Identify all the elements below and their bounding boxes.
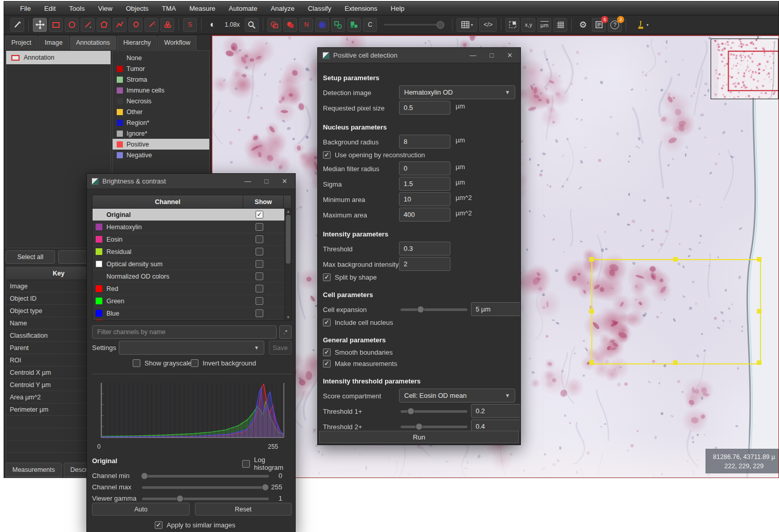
scroll-up-icon[interactable]: ▲ — [285, 209, 292, 214]
menu-automate[interactable]: Automate — [222, 3, 264, 14]
cell-expansion-value-input[interactable]: 5 µm — [471, 302, 520, 316]
menu-file[interactable]: File — [13, 3, 38, 14]
help-button[interactable]: ? 2 — [608, 18, 622, 32]
points-tool-button[interactable] — [160, 18, 174, 32]
class-item-stroma[interactable]: Stroma — [113, 74, 209, 85]
tab-project[interactable]: Project — [5, 36, 38, 50]
menu-help[interactable]: Help — [384, 3, 411, 14]
tma-grid-button[interactable] — [315, 18, 329, 32]
dialog-titlebar[interactable]: Positive cell detection — □ ✕ — [318, 48, 520, 63]
split-by-shape-checkbox[interactable]: ✓ — [323, 273, 331, 281]
brush-tool-button[interactable] — [129, 18, 142, 32]
show-grid-button[interactable] — [553, 18, 567, 32]
tab-image[interactable]: Image — [39, 36, 69, 50]
annotation-list-item[interactable]: Annotation — [6, 51, 111, 64]
show-checkbox[interactable] — [256, 235, 263, 243]
regex-filter-button[interactable]: .* — [279, 325, 292, 339]
roi-handle[interactable] — [757, 309, 762, 314]
show-overview-button[interactable] — [505, 18, 519, 32]
slider-track[interactable] — [142, 475, 269, 478]
fill-detections-button[interactable] — [347, 18, 361, 32]
tab-hierarchy[interactable]: Hierarchy — [117, 36, 157, 50]
class-item-immune-cells[interactable]: Immune cells — [113, 85, 209, 96]
roi-handle[interactable] — [757, 360, 762, 365]
minimize-button[interactable]: — — [469, 51, 476, 59]
class-item-necrosis[interactable]: Necrosis — [113, 96, 209, 106]
menu-tools[interactable]: Tools — [62, 3, 91, 14]
auto-button[interactable]: Auto — [92, 503, 190, 516]
show-checkbox[interactable] — [256, 309, 263, 317]
threshold-2-value-input[interactable]: 0.4 — [471, 419, 520, 431]
roi-handle[interactable] — [589, 360, 594, 365]
slider-knob[interactable] — [141, 472, 148, 480]
roi-handle[interactable] — [589, 257, 594, 262]
channel-row-residual[interactable]: Residual — [93, 246, 291, 258]
channel-row-original[interactable]: Original✓ — [93, 209, 291, 221]
overview-thumbnail[interactable] — [711, 39, 778, 99]
preferences-button[interactable]: ⚙ — [576, 18, 590, 32]
roi-handle[interactable] — [589, 309, 594, 314]
show-checkbox[interactable] — [256, 297, 263, 305]
selection-rectangle-roi[interactable] — [591, 259, 761, 364]
brightness-contrast-button[interactable]: ◐ — [206, 18, 220, 32]
class-item-tumor[interactable]: Tumor — [113, 63, 209, 74]
log-button[interactable]: 5 — [592, 18, 606, 32]
max-background-intensity-input[interactable]: 2 — [399, 257, 450, 271]
scrollbar-thumb[interactable] — [286, 215, 291, 264]
class-item-none[interactable]: None — [113, 52, 209, 63]
show-detections-button[interactable] — [331, 18, 345, 32]
minimize-button[interactable]: — — [244, 177, 251, 185]
polygon-tool-button[interactable] — [97, 18, 111, 32]
show-checkbox[interactable] — [256, 223, 263, 231]
show-scalebar-button[interactable]: µm — [537, 18, 551, 32]
tab-annotations[interactable]: Annotations — [70, 36, 116, 50]
score-compartment-dropdown[interactable]: Cell: Eosin OD mean▼ — [399, 389, 515, 402]
show-location-button[interactable]: x,y — [521, 18, 535, 32]
close-button[interactable]: ✕ — [282, 177, 287, 185]
channel-row-red[interactable]: Red — [93, 283, 291, 295]
maximize-button[interactable]: □ — [490, 51, 494, 59]
run-button[interactable]: Run — [319, 431, 519, 443]
rectangle-tool-button[interactable] — [49, 18, 63, 32]
class-item-region-[interactable]: Region* — [113, 117, 209, 128]
menu-edit[interactable]: Edit — [38, 3, 62, 14]
menu-analyze[interactable]: Analyze — [264, 3, 301, 14]
line-tool-button[interactable] — [81, 18, 95, 32]
zoom-magnification-label[interactable]: 1.08x — [225, 21, 240, 28]
slider-track[interactable] — [142, 486, 269, 489]
make-measurements-checkbox[interactable]: ✓ — [323, 360, 331, 368]
slider-track[interactable] — [142, 498, 269, 500]
wand-tool-button[interactable] — [144, 18, 158, 32]
class-item-negative[interactable]: Negative — [113, 150, 209, 160]
close-button[interactable]: ✕ — [507, 51, 513, 59]
channel-row-hematoxylin[interactable]: Hematoxylin — [93, 221, 291, 233]
show-checkbox[interactable] — [256, 272, 263, 280]
extensions-microscope-button[interactable]: ▾ — [630, 18, 654, 32]
show-checkbox[interactable] — [256, 248, 263, 255]
channel-row-normalized-od-colors[interactable]: Normalized OD colors — [93, 270, 291, 283]
roi-handle[interactable] — [673, 360, 678, 365]
smooth-boundaries-checkbox[interactable]: ✓ — [323, 348, 331, 356]
show-checkbox[interactable] — [256, 285, 263, 292]
show-grayscale-checkbox[interactable]: Show grayscale — [133, 359, 192, 367]
apply-similar-checkbox[interactable]: ✓ Apply to similar images — [155, 521, 235, 529]
maximum-area-input[interactable]: 400 — [399, 208, 450, 222]
measurement-table-button[interactable]: ▾ — [457, 18, 477, 32]
cell-expansion-slider[interactable] — [401, 308, 467, 311]
fill-annotations-button[interactable] — [283, 18, 297, 32]
tab-workflow[interactable]: Workflow — [158, 36, 196, 50]
include-cell-nucleus-checkbox[interactable]: ✓ — [323, 319, 331, 326]
show-names-button[interactable]: N — [299, 18, 313, 32]
roi-handle[interactable] — [757, 257, 762, 262]
detection-image-dropdown[interactable]: Hematoxylin OD▼ — [399, 85, 515, 99]
channel-table-scrollbar[interactable]: ▲ ▼ — [284, 209, 291, 320]
channel-row-blue[interactable]: Blue — [93, 307, 291, 320]
channel-row-optical-density-sum[interactable]: Optical density sum — [93, 258, 291, 270]
tab-measurements[interactable]: Measurements — [6, 463, 62, 477]
threshold-1-slider[interactable] — [401, 410, 467, 413]
channel-row-eosin[interactable]: Eosin — [93, 233, 291, 246]
threshold-input[interactable]: 0.3 — [399, 242, 450, 255]
menu-objects[interactable]: Objects — [119, 3, 155, 14]
scroll-down-icon[interactable]: ▼ — [285, 315, 292, 320]
channel-row-green[interactable]: Green — [93, 295, 291, 307]
